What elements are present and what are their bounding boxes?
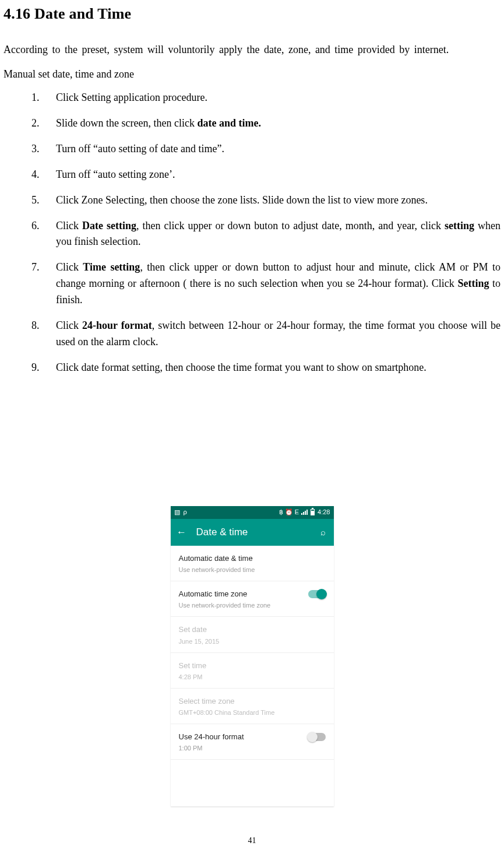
setting-sublabel: June 15, 2015 <box>179 637 326 647</box>
alarm-icon: ⏰ <box>285 507 293 517</box>
screenshot-icon: ▧ <box>174 507 180 517</box>
setting-label: Automatic time zone <box>179 588 248 600</box>
setting-row-select-time-zone: Select time zone GMT+08:00 China Standar… <box>171 689 334 724</box>
setting-sublabel: 1:00 PM <box>179 743 326 753</box>
setting-row-set-date: Set date June 15, 2015 <box>171 617 334 652</box>
list-text: Click date format setting, then choose t… <box>56 361 427 373</box>
list-number: 1. <box>31 90 40 106</box>
list-item: 3. Turn off “auto setting of date and ti… <box>31 141 501 157</box>
setting-sublabel: GMT+08:00 China Standard Time <box>179 708 326 718</box>
list-text: Click Zone Selecting, then choose the zo… <box>56 194 428 206</box>
setting-sublabel: Use network-provided time zone <box>179 601 326 610</box>
setting-label: Set date <box>179 624 207 636</box>
setting-label: Select time zone <box>179 696 235 707</box>
phone-screenshot: ▧ ρ ฿ ⏰ E 4:28 ← Date & time ⌕ Automatic… <box>171 506 334 806</box>
list-number: 3. <box>31 141 40 157</box>
list-item: 7. Click Time setting, then click upper … <box>31 259 501 308</box>
network-type-icon: E <box>295 507 299 517</box>
list-number: 6. <box>31 218 40 234</box>
list-item: 4. Turn off “auto setting zone’. <box>31 167 501 183</box>
list-item: 6. Click Date setting, then click upper … <box>31 218 501 251</box>
list-text: Click Date setting, then click upper or … <box>56 220 501 248</box>
setting-row-auto-time-zone[interactable]: Automatic time zone Use network-provided… <box>171 581 334 617</box>
list-number: 7. <box>31 259 40 276</box>
list-number: 9. <box>31 360 40 376</box>
battery-icon <box>311 509 315 515</box>
setting-sublabel: Use network-provided time <box>179 565 326 575</box>
setting-row-24-hour-format[interactable]: Use 24-hour format 1:00 PM <box>171 724 334 760</box>
section-title: 4.16 Date and Time <box>3 2 501 26</box>
back-icon[interactable]: ← <box>175 525 188 540</box>
list-text: Turn off “auto setting of date and time”… <box>56 143 224 155</box>
list-item: 2. Slide down the screen, then click dat… <box>31 115 501 132</box>
setting-sublabel: 4:28 PM <box>179 672 326 682</box>
setting-label: Use 24-hour format <box>179 731 244 743</box>
page-number: 41 <box>0 834 504 847</box>
subtitle: Manual set date, time and zone <box>3 66 501 83</box>
app-bar: ← Date & time ⌕ <box>171 519 334 546</box>
list-item: 9. Click date format setting, then choos… <box>31 360 501 376</box>
appbar-title: Date & time <box>196 525 318 540</box>
list-text: Click Time setting, then click upper or … <box>56 261 501 306</box>
status-clock: 4:28 <box>318 507 330 517</box>
toggle-switch[interactable] <box>308 733 326 741</box>
list-text: Slide down the screen, then click date a… <box>56 117 261 129</box>
list-text: Turn off “auto setting zone’. <box>56 169 175 180</box>
setting-row-set-time: Set time 4:28 PM <box>171 653 334 689</box>
list-text: Click 24-hour format, switch between 12-… <box>56 320 501 347</box>
list-item: 5. Click Zone Selecting, then choose the… <box>31 192 501 209</box>
intro-paragraph: According to the preset, system will vol… <box>3 42 501 58</box>
list-item: 8. Click 24-hour format, switch between … <box>31 318 501 350</box>
list-text: Click Setting application procedure. <box>56 92 207 103</box>
blank-area <box>171 760 334 806</box>
status-bar: ▧ ρ ฿ ⏰ E 4:28 <box>171 506 334 519</box>
bluetooth-icon: ฿ <box>279 507 283 517</box>
setting-row-auto-date-time[interactable]: Automatic date & time Use network-provid… <box>171 546 334 581</box>
list-number: 8. <box>31 318 40 334</box>
list-number: 5. <box>31 192 40 209</box>
setting-label: Automatic date & time <box>179 553 253 564</box>
toggle-switch[interactable] <box>308 590 326 598</box>
list-number: 4. <box>31 167 40 183</box>
search-icon[interactable]: ⌕ <box>318 525 329 539</box>
instruction-list: 1. Click Setting application procedure. … <box>31 90 501 376</box>
list-item: 1. Click Setting application procedure. <box>31 90 501 106</box>
setting-label: Set time <box>179 660 207 672</box>
signal-icon <box>301 510 308 515</box>
app-icon: ρ <box>184 507 187 517</box>
list-number: 2. <box>31 115 40 132</box>
